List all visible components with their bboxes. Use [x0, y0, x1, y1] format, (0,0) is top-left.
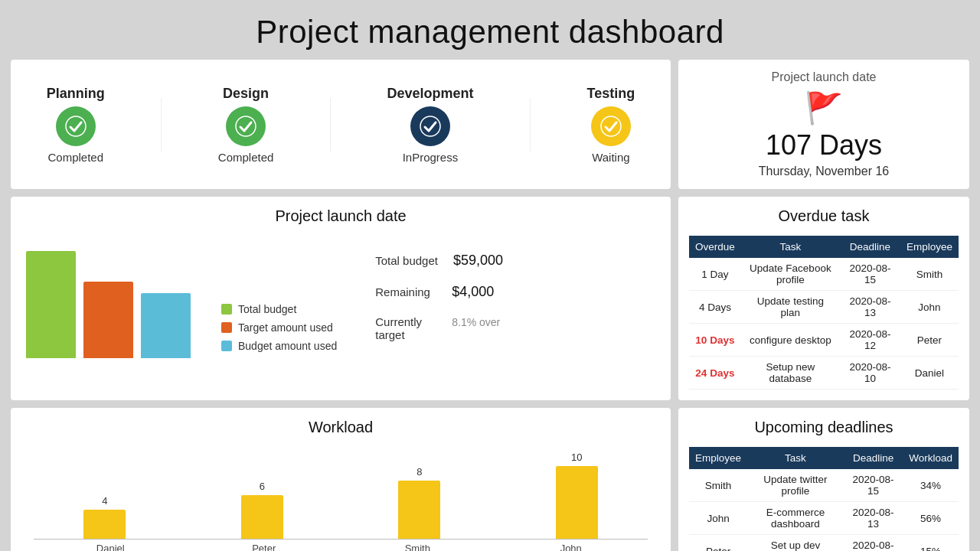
- workload-bar-group: 10: [556, 452, 598, 539]
- budget-title: Project launch date: [26, 207, 655, 225]
- deadline-cell: 2020-08-12: [844, 535, 903, 552]
- workload-bar-group: 6: [241, 481, 283, 539]
- legend-total-label: Total budget: [238, 303, 296, 315]
- workload-bar-value: 6: [260, 481, 265, 492]
- deadline-cell: 2020-08-12: [840, 324, 900, 357]
- budget-amount-bar: [141, 293, 191, 358]
- budget-panel: Project launch date Total budget Target …: [11, 197, 671, 400]
- task-cell: Update testing plan: [741, 291, 840, 324]
- overdue-title: Overdue task: [689, 207, 959, 225]
- stat-currently-label: Currently target: [375, 315, 436, 341]
- deadline-cell: 2020-08-10: [840, 357, 900, 390]
- employee-cell: Peter: [900, 324, 959, 357]
- development-status: InProgress: [403, 151, 459, 164]
- table-row: Peter Set up dev environment 2020-08-12 …: [689, 535, 959, 552]
- svg-point-2: [420, 116, 440, 136]
- workload-bar: [83, 510, 126, 539]
- legend-dot-green: [221, 304, 232, 315]
- planning-icon: [56, 106, 96, 146]
- workload-bar-label: Smith: [397, 543, 439, 551]
- workload-cell: 56%: [903, 502, 959, 535]
- overdue-cell: 1 Day: [689, 258, 741, 291]
- stat-total: Total budget $59,000: [375, 253, 503, 269]
- target-amount-bar: [83, 282, 133, 358]
- overdue-col-task: Task: [741, 236, 840, 258]
- overdue-col-employee: Employee: [900, 236, 959, 258]
- overdue-col-overdue: Overdue: [689, 236, 741, 258]
- separator: [161, 98, 162, 152]
- upcoming-col-task: Task: [747, 447, 844, 469]
- stat-currently: Currently target 8.1% over: [375, 315, 503, 341]
- upcoming-col-workload: Workload: [903, 447, 959, 469]
- stat-remaining-value: $4,000: [452, 284, 494, 300]
- employee-cell: Peter: [689, 535, 747, 552]
- legend-dot-blue: [221, 341, 232, 351]
- task-cell: configure desktop: [741, 324, 840, 357]
- employee-cell: John: [689, 502, 747, 535]
- overdue-cell: 4 Days: [689, 291, 741, 324]
- upcoming-header-row: Employee Task Deadline Workload: [689, 447, 959, 469]
- task-cell: Set up dev environment: [747, 535, 844, 552]
- design-label: Design: [223, 86, 269, 102]
- stat-currently-value: 8.1% over: [452, 316, 500, 328]
- status-item-development: Development InProgress: [387, 86, 473, 164]
- planning-status: Completed: [47, 151, 103, 164]
- stat-total-label: Total budget: [375, 254, 438, 267]
- table-row: 4 Days Update testing plan 2020-08-13 Jo…: [689, 291, 959, 324]
- launch-date-days: 107 Days: [766, 129, 882, 161]
- deadline-cell: 2020-08-15: [840, 258, 900, 291]
- deadline-cell: 2020-08-15: [844, 469, 903, 502]
- workload-title: Workload: [26, 419, 655, 436]
- status-item-design: Design Completed: [218, 86, 274, 164]
- workload-bar: [556, 466, 598, 539]
- svg-point-1: [236, 116, 256, 136]
- separator: [530, 98, 531, 152]
- table-row: 10 Days configure desktop 2020-08-12 Pet…: [689, 324, 959, 357]
- svg-point-3: [601, 116, 621, 136]
- upcoming-title: Upcoming deadlines: [689, 419, 959, 436]
- overdue-col-deadline: Deadline: [840, 236, 900, 258]
- overdue-cell: 10 Days: [689, 324, 741, 357]
- launch-date-card: Project launch date 🚩 107 Days Thursday,…: [678, 60, 969, 189]
- employee-cell: Smith: [689, 469, 747, 502]
- separator: [330, 98, 331, 152]
- workload-bar-group: 4: [83, 495, 126, 539]
- table-row: 1 Day Update Facebook profile 2020-08-15…: [689, 258, 959, 291]
- overdue-cell: 24 Days: [689, 357, 741, 390]
- task-cell: Update twitter profile: [747, 469, 844, 502]
- status-item-testing: Testing Waiting: [587, 86, 635, 164]
- overdue-header-row: Overdue Task Deadline Employee: [689, 236, 959, 258]
- workload-bar-group: 8: [398, 466, 440, 539]
- testing-icon: [591, 106, 631, 146]
- page-title: Project management dashboard: [0, 0, 980, 60]
- table-row: John E-commerce dashboard 2020-08-13 56%: [689, 502, 959, 535]
- deadline-cell: 2020-08-13: [840, 291, 900, 324]
- workload-labels: DanielPeterSmithJohn: [26, 543, 655, 551]
- testing-label: Testing: [587, 86, 635, 102]
- budget-legend: Total budget Target amount used Budget a…: [221, 303, 337, 358]
- stat-total-value: $59,000: [453, 253, 503, 269]
- upcoming-col-deadline: Deadline: [844, 447, 903, 469]
- workload-bar-value: 10: [571, 452, 582, 463]
- workload-panel: Workload 46810 DanielPeterSmithJohn: [11, 408, 671, 551]
- stat-remaining-label: Remaining: [375, 285, 436, 298]
- workload-bar-value: 4: [102, 495, 107, 507]
- legend-budget-label: Budget amount used: [238, 340, 337, 352]
- legend-target: Target amount used: [221, 321, 337, 334]
- workload-bar-label: Daniel: [90, 543, 132, 551]
- workload-bar: [398, 481, 440, 539]
- flag-icon: 🚩: [805, 90, 843, 126]
- employee-cell: Smith: [900, 258, 959, 291]
- overdue-table: Overdue Task Deadline Employee 1 Day Upd…: [689, 236, 959, 390]
- workload-cell: 34%: [903, 469, 959, 502]
- total-budget-bar: [26, 251, 76, 358]
- task-cell: Setup new database: [741, 357, 840, 390]
- table-row: Smith Update twitter profile 2020-08-15 …: [689, 469, 959, 502]
- status-item-planning: Planning Completed: [47, 86, 105, 164]
- design-status: Completed: [218, 151, 274, 164]
- workload-chart: 46810: [26, 447, 655, 539]
- legend-target-label: Target amount used: [238, 321, 333, 334]
- development-label: Development: [387, 86, 473, 102]
- task-cell: E-commerce dashboard: [747, 502, 844, 535]
- launch-date-date: Thursday, November 16: [759, 165, 889, 178]
